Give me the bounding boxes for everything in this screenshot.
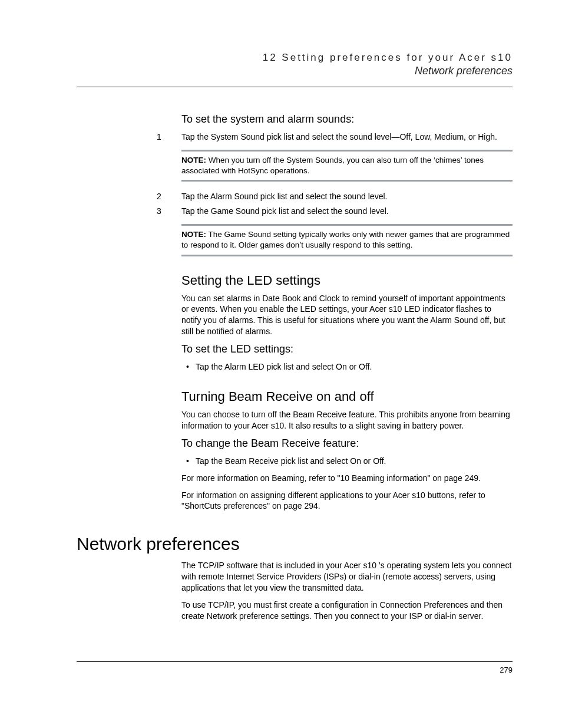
note-label: NOTE: [181, 230, 206, 239]
step-number: 2 [157, 191, 161, 202]
heading-set-sounds: To set the system and alarm sounds: [181, 113, 513, 126]
para-led: You can set alarms in Date Book and Cloc… [181, 293, 513, 338]
note-system-sounds: NOTE: When you turn off the System Sound… [181, 150, 513, 182]
running-header: 12 Setting preferences for your Acer s10… [77, 52, 513, 87]
step-3: 3 Tap the Game Sound pick list and selec… [181, 206, 513, 217]
bullet-beam: Tap the Beam Receive pick list and selec… [181, 456, 513, 467]
heading-network: Network preferences [77, 534, 513, 554]
step-number: 1 [157, 131, 161, 143]
page-footer: 279 [77, 661, 513, 674]
section-title: Network preferences [77, 65, 513, 77]
step-text: Tap the Alarm Sound pick list and select… [181, 192, 387, 201]
para-network-1: The TCP/IP software that is included in … [181, 560, 513, 594]
page-number: 279 [500, 666, 513, 674]
ref-beaming: For more information on Beaming, refer t… [181, 473, 513, 484]
heading-beam: Turning Beam Receive on and off [181, 389, 513, 404]
para-beam: You can choose to turn off the Beam Rece… [181, 409, 513, 431]
chapter-title: 12 Setting preferences for your Acer s10 [77, 52, 513, 64]
step-number: 3 [157, 206, 161, 217]
bullet-led: Tap the Alarm LED pick list and select O… [181, 361, 513, 373]
heading-change-beam: To change the Beam Receive feature: [181, 437, 513, 450]
para-network-2: To use TCP/IP, you must first create a c… [181, 599, 513, 622]
note-text: The Game Sound setting typically works o… [181, 230, 510, 249]
step-2: 2 Tap the Alarm Sound pick list and sele… [181, 191, 513, 202]
step-text: Tap the Game Sound pick list and select … [181, 206, 389, 216]
step-text: Tap the System Sound pick list and selec… [181, 132, 497, 141]
step-1: 1 Tap the System Sound pick list and sel… [181, 131, 513, 143]
heading-set-led: To set the LED settings: [181, 343, 513, 355]
heading-led: Setting the LED settings [181, 273, 513, 288]
note-game-sound: NOTE: The Game Sound setting typically w… [181, 224, 513, 256]
note-label: NOTE: [181, 156, 206, 164]
ref-shortcuts: For information on assigning different a… [181, 490, 513, 512]
note-text: When you turn off the System Sounds, you… [181, 156, 484, 175]
